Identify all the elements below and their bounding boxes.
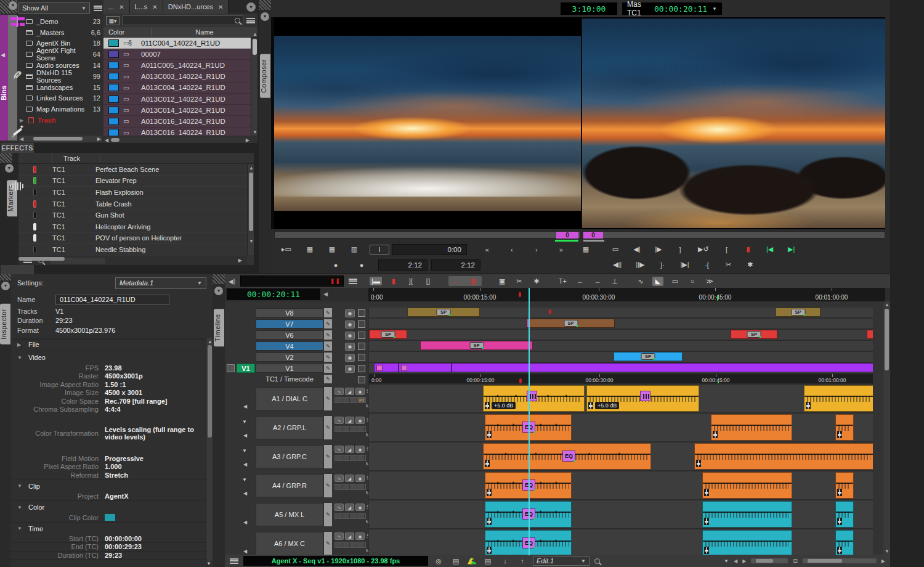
automation-keyframe-icon[interactable]: ▲ — [496, 422, 500, 426]
timeline-menu-icon[interactable] — [349, 279, 357, 284]
pencil-icon[interactable]: ✎ — [324, 416, 332, 439]
panel-collapse-button[interactable]: ▼ — [261, 12, 269, 21]
caption-icon[interactable]: ▤ — [482, 557, 493, 566]
record-monitor[interactable] — [582, 17, 885, 229]
trash-row[interactable]: ▶Trash — [18, 115, 102, 126]
fader-icon[interactable] — [487, 518, 492, 525]
pencil-icon[interactable]: ✎ — [324, 474, 332, 497]
grid-icon[interactable]: ▦ — [304, 245, 315, 254]
keyframe-badge[interactable] — [401, 365, 407, 371]
bin-row[interactable]: AgentX Fight Scene64 — [18, 49, 102, 60]
section-header[interactable]: ▼Color — [11, 500, 206, 513]
automation-keyframe-icon[interactable]: ▲ — [554, 538, 558, 542]
focus-button[interactable]: ⊡ — [793, 558, 798, 564]
playhead[interactable] — [529, 288, 530, 555]
automation-keyframe-icon[interactable]: ▲ — [564, 393, 568, 398]
pen-tools-icon[interactable] — [468, 558, 476, 565]
title-tool-icon[interactable]: T+ — [557, 277, 569, 285]
waveform-button[interactable]: ∿ — [334, 504, 344, 511]
timeline-audio-clip[interactable] — [711, 414, 792, 441]
monitor-button[interactable]: ◉ — [345, 309, 355, 317]
track-select-button[interactable]: A2 / GRP.L — [256, 416, 323, 439]
clip-color-swatch[interactable] — [105, 514, 115, 521]
video-track-lane[interactable]: SP — [368, 341, 873, 352]
pencil-icon[interactable]: ✎ — [324, 341, 332, 351]
bin-row[interactable]: Landscapes15 — [18, 82, 102, 93]
motion-adapter-badge[interactable]: SP — [641, 353, 655, 360]
automation-keyframe-icon[interactable]: ▲ — [496, 480, 500, 484]
track-select-button[interactable]: V1 — [256, 364, 323, 373]
collapse-left-icon[interactable]: ◀ — [1, 52, 5, 58]
audio-wave-icon[interactable]: ∿ — [635, 277, 646, 286]
track-header[interactable]: TC1 / Timecode✎ — [225, 374, 368, 385]
motion-adapter-badge[interactable]: SP — [469, 342, 484, 349]
track-checkbox[interactable] — [358, 376, 365, 383]
expand-caret-icon[interactable]: ▶ — [20, 118, 25, 123]
timeline-video-clip[interactable]: SP — [731, 330, 777, 339]
track-header[interactable]: ◀A1 / DIAL C✎∿◢◉PrSM — [225, 385, 368, 414]
automation-keyframe-icon[interactable]: ▲ — [554, 480, 558, 484]
track-select-button[interactable]: V4 — [256, 341, 323, 351]
scroll-right-icon[interactable]: ▶ — [742, 558, 746, 564]
automation-button[interactable]: ◢ — [345, 532, 354, 540]
track-header[interactable]: V7✎◉ — [225, 319, 368, 330]
audio-track-lane[interactable]: ▲▲▲▲▲EQ — [368, 414, 873, 443]
source-monitor[interactable] — [274, 17, 581, 229]
video-quality-icon[interactable]: ▤ — [450, 557, 461, 566]
monitor-button[interactable]: ◉ — [345, 354, 355, 362]
timeline-audio-clip[interactable]: ▲▲▲▲▲+5.0 dB — [483, 385, 585, 412]
timeline-audio-clip[interactable] — [694, 443, 873, 470]
video-track-lane[interactable] — [368, 363, 873, 374]
mark-in-icon[interactable]: [ — [721, 245, 732, 254]
track-header[interactable]: ▼◀A3 / GRP.C✎∿◢◉SM — [225, 443, 368, 471]
clip-row[interactable]: ▭A013C004_140224_R1UD — [103, 83, 251, 94]
bin-tab[interactable]: DNxHD...urces✕ — [163, 0, 229, 14]
timeline-timecode-display[interactable]: 00:00:20:11 — [227, 288, 320, 300]
automation-keyframe-icon[interactable]: ▲ — [514, 393, 518, 398]
track-header[interactable]: V6✎◉ — [225, 330, 368, 341]
markers-vscrollbar[interactable]: ▲ ▼ — [247, 164, 254, 255]
panel-collapse-button[interactable]: ▼ — [9, 1, 17, 10]
sequence-timecode-display[interactable]: Mas TC1 00:00:20:11 ▼ — [622, 2, 722, 15]
record-toggle-icon[interactable]: ◎ — [433, 557, 444, 566]
video-track-lane[interactable]: SPSP — [368, 308, 873, 319]
timeline-hscrollbar[interactable] — [803, 558, 877, 563]
timeline-audio-clip[interactable]: ▲▲▲▲▲EQ — [483, 443, 651, 470]
go-to-out-icon[interactable]: ▶| — [786, 245, 797, 254]
keyframe-badge[interactable] — [376, 365, 383, 371]
scroll-down-icon[interactable]: ▼ — [206, 561, 211, 566]
inspector-tab[interactable]: Inspector — [0, 304, 10, 345]
scissors-icon[interactable]: ✂ — [723, 260, 734, 269]
speaker-icon[interactable]: ◀) — [229, 278, 235, 285]
track-select-button[interactable]: A1 / DIAL C — [256, 387, 323, 410]
clear-in-icon[interactable]: ·[ — [702, 261, 713, 269]
column-header-track[interactable]: Track — [52, 155, 100, 162]
speaker-icon[interactable]: ◀ — [243, 491, 247, 496]
pencil-icon[interactable]: ✎ — [324, 387, 332, 410]
track-select-button[interactable]: V8 — [256, 308, 323, 317]
automation-keyframe-icon[interactable]: ▲ — [496, 538, 500, 542]
column-header-name[interactable]: Name — [152, 28, 257, 36]
waveform-button[interactable]: ∿ — [334, 388, 344, 395]
storyboard-icon[interactable]: ▥ — [349, 245, 360, 254]
timeline-ruler[interactable]: 0:0000:00:15:0000:00:30:0000:00:45:0000:… — [368, 288, 885, 301]
step-forward-icon[interactable]: › — [531, 245, 542, 254]
search-input[interactable] — [123, 15, 243, 25]
table-view-icon[interactable]: ▦ — [580, 245, 591, 254]
motion-adapter-badge[interactable]: SP — [564, 320, 578, 327]
monitor-button[interactable]: ◉ — [355, 446, 365, 453]
fader-icon[interactable] — [837, 489, 842, 496]
mouse-jog-icon[interactable]: ● — [330, 261, 341, 269]
close-icon[interactable]: ✕ — [152, 4, 157, 10]
bin-tab[interactable]: L...s✕ — [130, 0, 163, 14]
expand-caret-icon[interactable]: ▼ — [242, 448, 247, 454]
scissors-icon[interactable]: ✂ — [514, 277, 525, 286]
track-select-button[interactable]: A5 / MX L — [256, 503, 323, 526]
timeline-video-clip[interactable]: SP — [614, 352, 683, 361]
clip-name-field[interactable]: 011C004_140224_R1UD — [55, 295, 169, 305]
keyframe-icon[interactable]: ◣ — [652, 277, 663, 286]
play-to-out-icon[interactable]: |▶| — [678, 260, 691, 269]
motion-adapter-badge[interactable]: SP — [747, 331, 761, 338]
clip-list-vscrollbar[interactable]: ▲ ▼ — [251, 38, 257, 136]
fader-icon[interactable] — [487, 431, 492, 438]
